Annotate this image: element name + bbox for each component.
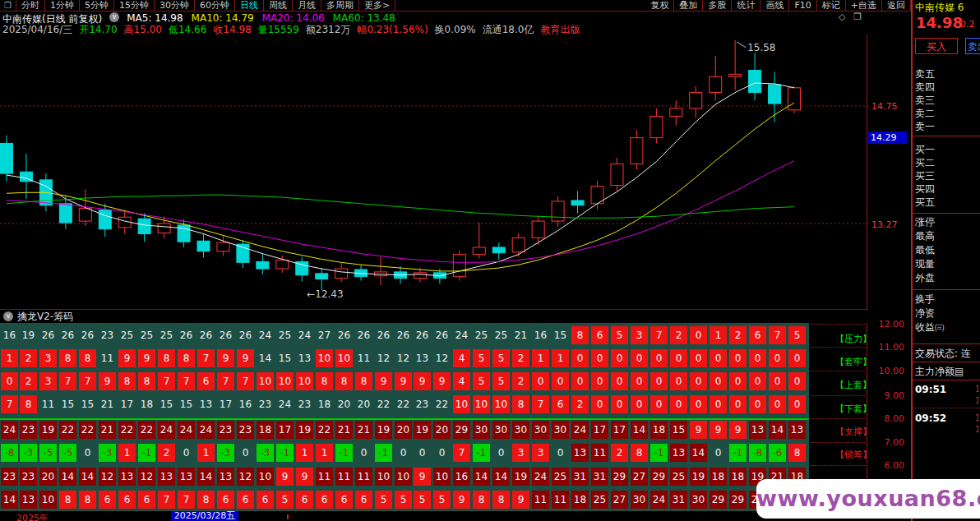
grid-cell: 0: [650, 372, 668, 390]
grid-cell: 13: [178, 468, 195, 486]
buy-button[interactable]: 买入: [915, 38, 958, 54]
grid-cell: -8: [749, 444, 766, 462]
grid-cell: 9: [512, 491, 529, 509]
menu-item-60分钟[interactable]: 60分钟: [195, 0, 235, 11]
sell-button[interactable]: 卖出: [965, 38, 980, 54]
menu-item-返回[interactable]: 返回: [882, 0, 911, 11]
menu-item-F10[interactable]: F10: [789, 0, 816, 11]
grid-cell: 0: [710, 444, 727, 462]
grid-cell: 0: [769, 372, 786, 390]
stat-item: 换0.09%: [435, 23, 476, 34]
split-window-icon[interactable]: ❐: [853, 12, 862, 22]
quote-row-09:51[interactable]: 09:51: [915, 383, 946, 396]
quote-row-现量[interactable]: 现量: [915, 257, 935, 270]
grid-cell: 7: [237, 372, 254, 390]
grid-cell: 6: [355, 491, 372, 509]
quote-row-净资[interactable]: 净资: [915, 307, 935, 320]
menu-item-日线[interactable]: 日线: [235, 0, 264, 11]
quote-row-09:52[interactable]: 09:52: [915, 412, 946, 425]
menu-item-统计[interactable]: 统计: [732, 0, 760, 11]
menu-item-分时[interactable]: 分时: [16, 0, 45, 11]
grid-cell: 30: [690, 491, 707, 509]
menu-item-30分钟[interactable]: 30分钟: [155, 0, 195, 11]
axis-leader-line: [811, 442, 865, 444]
grid-cell: 13: [670, 444, 687, 462]
grid-cell: 0: [769, 349, 786, 367]
axis-date-chip[interactable]: 2025/03/28五: [171, 511, 238, 521]
quote-row-卖五[interactable]: 卖五: [915, 67, 935, 81]
axis-leader-line: [811, 395, 865, 397]
quote-row-买四[interactable]: 买四: [915, 182, 935, 196]
grid-cell: 8: [59, 349, 76, 367]
quote-row-交易状态: 连[interactable]: 交易状态: 连: [915, 347, 971, 360]
menubar: ❐ 分时1分钟5分钟15分钟30分钟60分钟日线周线月线多周期更多> 复权叠加多…: [0, 0, 911, 12]
menu-item-标记[interactable]: 标记: [817, 0, 846, 11]
window-icon[interactable]: ❐: [0, 0, 16, 11]
menu-item-周线[interactable]: 周线: [264, 0, 293, 11]
grid-cell: 0: [710, 349, 727, 367]
grid-cell: 26: [59, 326, 76, 344]
quote-row-买一[interactable]: 买一: [915, 143, 935, 156]
axis-year-label: 2025年: [16, 512, 49, 521]
ma-label: MA5: 14.98: [127, 12, 183, 23]
grid-cell: 19: [296, 421, 313, 439]
separator: [913, 380, 980, 380]
menu-item-复权[interactable]: 复权: [645, 0, 674, 11]
collapse-chart-icon[interactable]: v: [109, 12, 119, 22]
menu-item-多股[interactable]: 多股: [703, 0, 732, 11]
menu-item-月线[interactable]: 月线: [293, 0, 321, 11]
menu-item-多周期[interactable]: 多周期: [321, 0, 359, 11]
menu-item-5分钟[interactable]: 5分钟: [80, 0, 114, 11]
grid-cell: 20: [335, 395, 353, 413]
axis-price-label: 13.27: [871, 219, 908, 230]
quote-row-主力净额[interactable]: 主力净额 ▤: [915, 365, 964, 378]
quote-row-买五[interactable]: 买五: [915, 196, 935, 209]
grid-cell: 9: [296, 468, 313, 486]
grid-cell: 1: [1, 349, 18, 367]
menubar-right: 复权叠加多股统计画线F10标记+自选返回: [645, 0, 911, 11]
grid-cell: 6: [197, 372, 215, 390]
quote-row-换手[interactable]: 换手: [915, 293, 935, 306]
indicator-header[interactable]: v 擒龙V2-筹码: [0, 309, 868, 323]
indicator-axis-value: 7.00: [870, 437, 904, 448]
grid-cell: -1: [375, 444, 392, 462]
separator: [913, 289, 980, 290]
menu-item-15分钟[interactable]: 15分钟: [114, 0, 155, 11]
grid-cell: 0: [591, 372, 608, 390]
candlestick-chart[interactable]: 15.58←12.43: [0, 35, 868, 308]
grid-cell: 9: [375, 372, 392, 390]
chip-grid-panel[interactable]: 1619262626232525252626262624252427262626…: [0, 323, 809, 511]
quote-row-买三[interactable]: 买三: [915, 169, 935, 182]
quote-row-卖一[interactable]: 卖一: [915, 120, 935, 133]
quote-row-外盘[interactable]: 外盘: [915, 271, 935, 284]
grid-cell: 8: [59, 491, 76, 509]
grid-cell: 19: [375, 421, 392, 439]
menu-item-叠加[interactable]: 叠加: [674, 0, 703, 11]
quote-row-卖二[interactable]: 卖二: [915, 107, 935, 120]
grid-cell: 7: [453, 444, 470, 462]
quote-row-最低[interactable]: 最低: [915, 243, 935, 256]
grid-cell: 6: [257, 491, 274, 509]
grid-cell: 5: [611, 326, 628, 344]
diamond-icon[interactable]: ◇: [839, 12, 845, 22]
quote-row-买二[interactable]: 买二: [915, 156, 935, 169]
menu-item-+自选[interactable]: +自选: [846, 0, 882, 11]
axis-price-label: 14.75: [871, 101, 908, 112]
axis-leader-line: [811, 371, 865, 372]
quote-row-收益㈢[interactable]: 收益㈢: [915, 320, 945, 334]
grid-cell: 20: [433, 421, 451, 439]
quote-row-卖四[interactable]: 卖四: [915, 81, 935, 94]
menu-item-画线[interactable]: 画线: [760, 0, 789, 11]
grid-cell: -1: [729, 444, 747, 462]
grid-cell: 26: [395, 326, 412, 344]
grid-cell: 0: [611, 395, 628, 413]
quote-row-卖三[interactable]: 卖三: [915, 94, 935, 107]
menu-item-更多>[interactable]: 更多>: [359, 0, 395, 11]
separator: [913, 343, 980, 344]
menu-item-1分钟[interactable]: 1分钟: [45, 0, 80, 11]
quote-row-涨停[interactable]: 涨停: [915, 215, 935, 228]
collapse-indicator-icon[interactable]: v: [3, 311, 13, 321]
grid-cell: 22: [59, 421, 76, 439]
quote-row-最高[interactable]: 最高: [915, 229, 935, 242]
grid-cell: 22: [375, 395, 392, 413]
